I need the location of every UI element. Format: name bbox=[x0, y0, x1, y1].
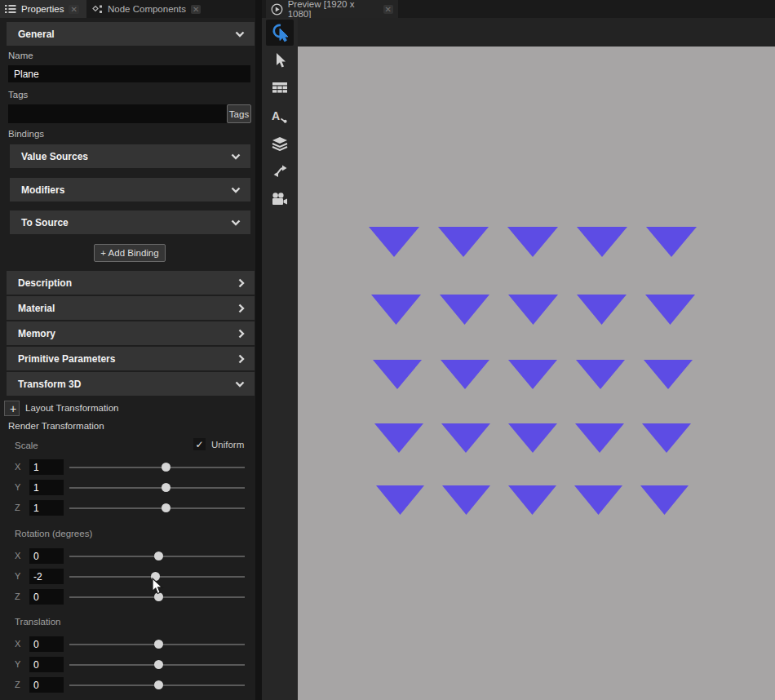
plane-node-triangle-r3-c3[interactable] bbox=[508, 360, 557, 389]
preview-viewport[interactable] bbox=[298, 47, 775, 700]
camera-tool[interactable] bbox=[266, 186, 294, 212]
slider-thumb[interactable] bbox=[151, 572, 160, 581]
plane-node-triangle-r2-c3[interactable] bbox=[508, 295, 558, 325]
interact-tool-icon bbox=[270, 23, 290, 42]
uniform-checkbox[interactable]: ✓ bbox=[193, 438, 206, 450]
chevron-down-icon bbox=[235, 381, 245, 388]
translation-x-slider[interactable] bbox=[69, 644, 245, 645]
section-memory[interactable]: Memory bbox=[7, 321, 255, 345]
scale-z-slider[interactable] bbox=[69, 507, 245, 509]
slider-thumb[interactable] bbox=[154, 660, 163, 669]
rotation-x-slider[interactable] bbox=[69, 556, 245, 557]
interact-tool[interactable] bbox=[266, 20, 294, 46]
plane-node-triangle-r4-c1[interactable] bbox=[374, 423, 423, 453]
close-icon[interactable]: ✕ bbox=[191, 5, 201, 14]
plane-node-triangle-r4-c2[interactable] bbox=[441, 423, 490, 453]
axis-label: Y bbox=[15, 482, 20, 492]
slider-thumb[interactable] bbox=[154, 552, 163, 560]
text-tool[interactable]: A bbox=[266, 103, 294, 129]
scale-x-input[interactable] bbox=[29, 459, 64, 475]
translation-x-input[interactable] bbox=[29, 636, 64, 652]
translation-y-input[interactable] bbox=[29, 657, 64, 672]
rotation-x-input[interactable] bbox=[29, 548, 64, 564]
section-label: Transform 3D bbox=[18, 379, 81, 390]
scale-y-input[interactable] bbox=[29, 480, 64, 495]
tab-preview[interactable]: Preview [1920 x 1080] ✕ bbox=[266, 0, 398, 18]
slider-thumb[interactable] bbox=[162, 463, 170, 472]
select-tool[interactable] bbox=[266, 47, 294, 73]
section-description[interactable]: Description bbox=[7, 271, 255, 295]
plane-node-triangle-r5-c5[interactable] bbox=[640, 485, 689, 515]
section-material[interactable]: Material bbox=[7, 296, 255, 320]
plane-node-triangle-r4-c5[interactable] bbox=[642, 423, 691, 453]
plane-node-triangle-r5-c1[interactable] bbox=[376, 485, 424, 515]
axis-label: Y bbox=[15, 571, 20, 581]
text-tool-icon: A bbox=[272, 109, 288, 123]
binding-group-value-sources[interactable]: Value Sources bbox=[10, 144, 250, 168]
panel-divider[interactable] bbox=[255, 0, 262, 700]
close-icon[interactable]: ✕ bbox=[383, 5, 393, 14]
tab-node-components-label: Node Components bbox=[108, 4, 186, 14]
plane-node-triangle-r3-c5[interactable] bbox=[644, 360, 693, 389]
close-icon[interactable]: ✕ bbox=[69, 5, 78, 14]
add-binding-button[interactable]: + Add Binding bbox=[94, 244, 166, 262]
rotation-y-input[interactable] bbox=[29, 569, 64, 584]
tags-button[interactable]: Tags bbox=[227, 104, 251, 123]
section-label: Material bbox=[18, 303, 55, 314]
plane-node-triangle-r5-c3[interactable] bbox=[508, 485, 556, 515]
plane-node-triangle-r2-c5[interactable] bbox=[645, 295, 695, 325]
section-label: Primitive Parameters bbox=[18, 353, 115, 365]
plane-node-triangle-r1-c3[interactable] bbox=[507, 227, 558, 257]
chevron-right-icon bbox=[238, 303, 245, 313]
plane-node-triangle-r2-c4[interactable] bbox=[577, 295, 627, 325]
plane-node-triangle-r3-c2[interactable] bbox=[441, 360, 489, 389]
tab-properties[interactable]: Properties ✕ bbox=[0, 0, 86, 18]
chevron-right-icon bbox=[238, 329, 245, 339]
plane-node-triangle-r2-c1[interactable] bbox=[371, 295, 421, 325]
plane-node-triangle-r1-c1[interactable] bbox=[369, 227, 419, 257]
section-transform-3d[interactable]: Transform 3D bbox=[7, 372, 255, 396]
plane-node-triangle-r1-c2[interactable] bbox=[438, 227, 489, 257]
binding-group-label: Modifiers bbox=[21, 184, 64, 196]
slider-thumb[interactable] bbox=[162, 503, 170, 512]
translation-z-slider[interactable] bbox=[69, 684, 245, 686]
plane-node-triangle-r2-c2[interactable] bbox=[440, 295, 489, 325]
binding-group-modifiers[interactable]: Modifiers bbox=[10, 178, 250, 202]
scale-x-slider[interactable] bbox=[69, 467, 245, 468]
plane-node-triangle-r3-c1[interactable] bbox=[373, 360, 422, 389]
scale-z-input[interactable] bbox=[29, 500, 64, 516]
tags-input[interactable] bbox=[8, 104, 227, 123]
section-general[interactable]: General bbox=[7, 22, 255, 46]
slider-thumb[interactable] bbox=[154, 640, 163, 649]
plane-node-triangle-r5-c4[interactable] bbox=[574, 485, 622, 515]
chevron-right-icon bbox=[238, 278, 245, 288]
connections-tool[interactable] bbox=[266, 158, 294, 184]
plane-node-triangle-r4-c3[interactable] bbox=[508, 423, 557, 453]
section-primitive-parameters[interactable]: Primitive Parameters bbox=[7, 347, 255, 370]
slider-thumb[interactable] bbox=[162, 483, 170, 492]
name-input[interactable] bbox=[8, 65, 250, 82]
slider-thumb[interactable] bbox=[154, 680, 163, 689]
plane-node-triangle-r1-c5[interactable] bbox=[646, 227, 697, 257]
translation-y-slider[interactable] bbox=[69, 664, 245, 666]
slider-thumb[interactable] bbox=[154, 592, 163, 601]
plane-node-triangle-r3-c4[interactable] bbox=[576, 360, 625, 389]
chevron-right-icon bbox=[238, 354, 245, 364]
rotation-z-slider[interactable] bbox=[69, 596, 245, 598]
play-icon bbox=[271, 3, 283, 16]
layers-tool[interactable] bbox=[266, 131, 294, 157]
plane-node-triangle-r5-c2[interactable] bbox=[442, 485, 490, 515]
translation-z-input[interactable] bbox=[29, 677, 64, 693]
plane-node-triangle-r4-c4[interactable] bbox=[575, 423, 624, 453]
grid-tool[interactable] bbox=[266, 75, 294, 101]
rotation-y-slider[interactable] bbox=[69, 576, 245, 578]
bindings-label: Bindings bbox=[8, 129, 44, 139]
tab-node-components[interactable]: Node Components ✕ bbox=[87, 0, 211, 18]
binding-group-to-source[interactable]: To Source bbox=[10, 210, 250, 234]
tab-preview-label: Preview [1920 x 1080] bbox=[288, 0, 379, 19]
rotation-z-input[interactable] bbox=[29, 589, 64, 605]
scale-y-slider[interactable] bbox=[69, 487, 245, 489]
plane-node-triangle-r1-c4[interactable] bbox=[577, 227, 627, 257]
layout-transformation-add-button[interactable]: + bbox=[4, 401, 20, 416]
chevron-down-icon bbox=[231, 153, 241, 160]
